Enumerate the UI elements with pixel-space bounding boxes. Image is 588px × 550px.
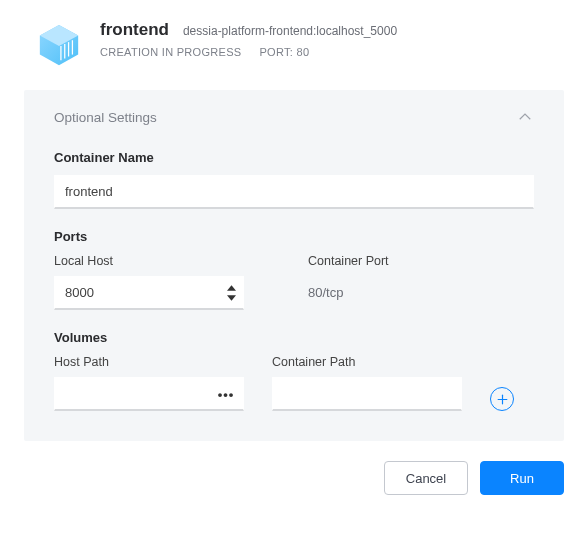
- container-port-value: 80/tcp: [308, 276, 534, 310]
- container-path-label: Container Path: [272, 355, 462, 369]
- footer-actions: Cancel Run: [24, 461, 564, 495]
- panel-title: Optional Settings: [54, 110, 157, 125]
- step-up-button[interactable]: [224, 283, 238, 293]
- container-name-section: Container Name: [54, 150, 534, 209]
- container-path-input[interactable]: [272, 377, 462, 411]
- cancel-button[interactable]: Cancel: [384, 461, 468, 495]
- volumes-label: Volumes: [54, 330, 534, 345]
- container-port-label: Container Port: [308, 254, 534, 268]
- container-icon: [36, 22, 82, 68]
- host-path-label: Host Path: [54, 355, 244, 369]
- svg-marker-7: [227, 295, 236, 300]
- step-down-button[interactable]: [224, 293, 238, 303]
- container-name-label: Container Name: [54, 150, 534, 165]
- panel-header[interactable]: Optional Settings: [54, 106, 534, 142]
- container-name-input[interactable]: [54, 175, 534, 209]
- image-reference: dessia-platform-frontend:localhost_5000: [183, 24, 397, 38]
- add-volume-button[interactable]: [490, 387, 514, 411]
- browse-button[interactable]: •••: [214, 377, 238, 411]
- chevron-up-icon: [516, 108, 534, 126]
- header-text: frontend dessia-platform-frontend:localh…: [100, 20, 564, 58]
- volumes-section: Volumes Host Path ••• Container Path: [54, 330, 534, 411]
- status-text: CREATION IN PROGRESS: [100, 46, 241, 58]
- stepper-icon: [224, 276, 238, 310]
- local-host-input[interactable]: [54, 276, 244, 310]
- optional-settings-panel: Optional Settings Container Name Ports L…: [24, 90, 564, 441]
- ports-label: Ports: [54, 229, 534, 244]
- app-title: frontend: [100, 20, 169, 40]
- ellipsis-icon: •••: [218, 387, 235, 402]
- header: frontend dessia-platform-frontend:localh…: [24, 20, 564, 68]
- run-button[interactable]: Run: [480, 461, 564, 495]
- svg-marker-6: [227, 285, 236, 290]
- port-text: PORT: 80: [259, 46, 309, 58]
- ports-section: Ports Local Host Containe: [54, 229, 534, 310]
- local-host-label: Local Host: [54, 254, 280, 268]
